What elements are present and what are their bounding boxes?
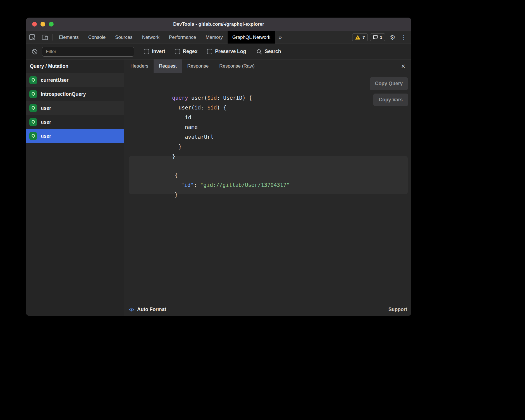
filter-toolbar: Invert Regex Preserve Log Search — [26, 44, 411, 59]
tab-graphql-network[interactable]: GraphQL Network — [228, 31, 275, 44]
tab-response[interactable]: Response — [182, 59, 214, 73]
checkbox-label: Regex — [183, 49, 198, 54]
code-token: } — [175, 192, 178, 198]
search-control[interactable]: Search — [256, 49, 281, 55]
query-sidebar: Query / Mutation Q currentUser Q Introsp… — [26, 59, 124, 316]
detail-panel: Headers Request Response Response (Raw) … — [124, 59, 411, 316]
zoom-window-button[interactable] — [49, 22, 54, 27]
detail-footer: Auto Format Support — [124, 303, 411, 316]
variables-box: { "id": "gid://gitlab/User/13704317" } — [129, 156, 408, 194]
code-token: id — [172, 114, 191, 120]
checkbox-label: Preserve Log — [215, 49, 246, 54]
tab-headers[interactable]: Headers — [125, 59, 154, 73]
code-token: { — [175, 172, 178, 178]
query-label: user — [41, 119, 51, 125]
more-tabs-button[interactable]: » — [275, 31, 285, 44]
invert-checkbox[interactable]: Invert — [144, 49, 165, 54]
search-icon — [256, 49, 262, 55]
code-token: } — [172, 144, 182, 150]
query-label: user — [41, 105, 51, 111]
query-badge: Q — [29, 118, 37, 126]
code-token: avatarUrl — [172, 134, 214, 140]
code-token: user( — [191, 95, 207, 101]
warning-count: 7 — [362, 35, 365, 40]
search-label: Search — [265, 49, 281, 54]
close-detail-button[interactable]: ✕ — [395, 59, 411, 73]
query-list-item-selected[interactable]: Q user — [26, 129, 124, 143]
code-token: $id — [207, 95, 217, 101]
preserve-log-checkbox[interactable]: Preserve Log — [207, 49, 246, 54]
device-toolbar-icon — [41, 34, 48, 41]
clear-button[interactable] — [31, 48, 38, 55]
code-token: user( — [172, 104, 194, 111]
tab-request[interactable]: Request — [154, 59, 182, 73]
filter-input[interactable] — [42, 47, 134, 57]
tab-elements[interactable]: Elements — [54, 31, 83, 44]
regex-checkbox[interactable]: Regex — [175, 49, 198, 54]
query-badge: Q — [29, 104, 37, 112]
query-label: IntrospectionQuery — [41, 91, 86, 97]
block-icon — [31, 48, 38, 55]
minimize-window-button[interactable] — [40, 22, 45, 27]
message-count: 1 — [380, 35, 382, 40]
tab-memory[interactable]: Memory — [201, 31, 227, 44]
settings-button[interactable]: ⚙ — [387, 34, 398, 41]
inspect-element-button[interactable] — [26, 31, 39, 44]
kebab-menu-icon: ⋮ — [401, 34, 407, 41]
tab-response-raw[interactable]: Response (Raw) — [214, 59, 260, 73]
query-list-item[interactable]: Q IntrospectionQuery — [26, 87, 124, 101]
code-token: name — [172, 124, 198, 130]
checkbox-box[interactable] — [207, 49, 212, 54]
titlebar: DevTools - gitlab.com/-/graphql-explorer — [26, 18, 411, 31]
main-menu-button[interactable]: ⋮ — [400, 34, 407, 41]
devtools-tabstrip: Elements Console Sources Network Perform… — [26, 31, 411, 44]
tab-console[interactable]: Console — [83, 31, 110, 44]
messages-badge[interactable]: 1 — [370, 33, 385, 41]
auto-format-label: Auto Format — [137, 307, 166, 312]
code-token: $id — [207, 104, 217, 111]
code-token: "gid://gitlab/User/13704317" — [200, 182, 290, 188]
close-window-button[interactable] — [32, 22, 37, 27]
message-bubble-icon — [373, 35, 378, 40]
code-token: query — [172, 95, 191, 101]
chevron-double-right-icon: » — [279, 34, 282, 40]
warnings-badge[interactable]: 7 — [352, 33, 367, 41]
close-icon: ✕ — [401, 63, 405, 69]
window-title: DevTools - gitlab.com/-/graphql-explorer — [173, 22, 264, 27]
copy-buttons: Copy Query Copy Vars — [370, 77, 408, 106]
device-toolbar-button[interactable] — [39, 31, 51, 44]
code-token: } — [172, 153, 175, 159]
inspect-cursor-icon — [29, 34, 36, 41]
query-badge: Q — [29, 90, 37, 98]
auto-format-button[interactable]: Auto Format — [128, 307, 166, 313]
query-badge: Q — [29, 76, 37, 84]
code-token: ) { — [217, 104, 226, 111]
query-label: currentUser — [41, 77, 68, 83]
devtools-window: DevTools - gitlab.com/-/graphql-explorer… — [26, 18, 411, 316]
query-list-item[interactable]: Q currentUser — [26, 73, 124, 87]
main-split: Query / Mutation Q currentUser Q Introsp… — [26, 59, 411, 316]
warning-icon — [355, 35, 361, 40]
copy-query-button[interactable]: Copy Query — [370, 77, 408, 90]
tab-network[interactable]: Network — [137, 31, 164, 44]
code-token: id — [194, 104, 201, 111]
checkbox-box[interactable] — [175, 49, 180, 54]
request-body: query user($id: UserID) { user(id: $id) … — [124, 73, 411, 303]
query-badge: Q — [29, 132, 37, 140]
support-link[interactable]: Support — [388, 307, 407, 312]
code-token: : — [194, 182, 200, 188]
traffic-lights — [32, 18, 54, 31]
code-token: : UserID) { — [217, 95, 252, 101]
copy-vars-button[interactable]: Copy Vars — [373, 94, 408, 106]
gear-icon: ⚙ — [390, 34, 396, 41]
tab-sources[interactable]: Sources — [110, 31, 137, 44]
detail-tabs: Headers Request Response Response (Raw) … — [124, 59, 411, 73]
query-list-item[interactable]: Q user — [26, 101, 124, 115]
toolbar-separator — [52, 34, 53, 40]
query-label: user — [41, 133, 51, 139]
query-list-item[interactable]: Q user — [26, 115, 124, 129]
checkbox-label: Invert — [152, 49, 165, 54]
checkbox-box[interactable] — [144, 49, 149, 54]
code-line: { — [136, 161, 400, 170]
tab-performance[interactable]: Performance — [164, 31, 201, 44]
